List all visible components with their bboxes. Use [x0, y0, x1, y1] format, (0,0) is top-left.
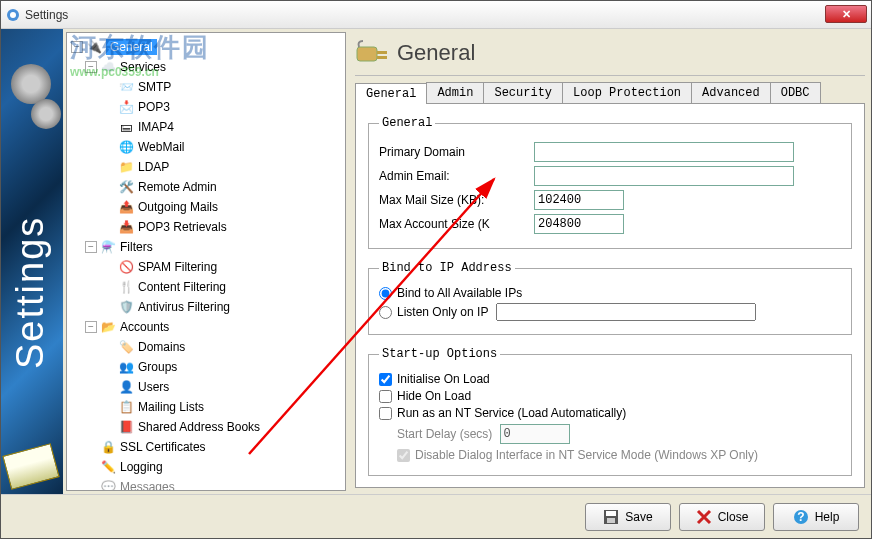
tab-general[interactable]: General	[355, 83, 427, 104]
check-nt-service[interactable]	[379, 407, 392, 420]
server-icon: 🖴	[118, 119, 134, 135]
input-listen-ip[interactable]	[496, 303, 756, 321]
label-bind-all: Bind to All Available IPs	[397, 286, 522, 300]
tree-item-smtp[interactable]: 📨SMTP	[71, 77, 341, 97]
tab-content: General Primary Domain Admin Email: Max …	[355, 104, 865, 488]
tree-item-outgoing[interactable]: 📤Outgoing Mails	[71, 197, 341, 217]
svg-rect-3	[377, 51, 387, 54]
tab-admin[interactable]: Admin	[426, 82, 484, 103]
tree-item-groups[interactable]: 👥Groups	[71, 357, 341, 377]
legend-general: General	[379, 116, 435, 130]
collapse-icon[interactable]: −	[71, 41, 83, 53]
filter-icon: ⚗️	[100, 239, 116, 255]
collapse-icon[interactable]: −	[85, 321, 97, 333]
help-icon: ?	[793, 509, 809, 525]
book-icon: 📕	[118, 419, 134, 435]
fork-icon: 🍴	[118, 279, 134, 295]
tree-item-pop3[interactable]: 📩POP3	[71, 97, 341, 117]
label-hide: Hide On Load	[397, 389, 471, 403]
svg-rect-8	[607, 518, 615, 523]
tree-panel[interactable]: − 🔌 General − ☁️ Services 📨SMTP 📩POP3 🖴I…	[66, 32, 346, 491]
tree-item-logging[interactable]: ✏️Logging	[71, 457, 341, 477]
tree-group-services[interactable]: − ☁️ Services	[71, 57, 341, 77]
radio-bind-all[interactable]	[379, 287, 392, 300]
title-bar: Settings ✕	[1, 1, 871, 29]
input-start-delay	[500, 424, 570, 444]
tree-item-mailing-lists[interactable]: 📋Mailing Lists	[71, 397, 341, 417]
save-button[interactable]: Save	[585, 503, 671, 531]
tree-item-content-filter[interactable]: 🍴Content Filtering	[71, 277, 341, 297]
tab-security[interactable]: Security	[483, 82, 563, 103]
domain-icon: 🏷️	[118, 339, 134, 355]
tree-item-pop3-retrievals[interactable]: 📥POP3 Retrievals	[71, 217, 341, 237]
svg-rect-7	[606, 511, 616, 516]
legend-bind: Bind to IP Address	[379, 261, 515, 275]
plug-icon	[355, 39, 391, 67]
window-title: Settings	[25, 8, 68, 22]
tree-group-filters[interactable]: − ⚗️ Filters	[71, 237, 341, 257]
tree-label: Services	[120, 60, 166, 74]
globe-icon: 🌐	[118, 139, 134, 155]
tab-bar: General Admin Security Loop Protection A…	[355, 82, 865, 104]
tab-loop-protection[interactable]: Loop Protection	[562, 82, 692, 103]
tree-item-ldap[interactable]: 📁LDAP	[71, 157, 341, 177]
msg-icon: 💬	[100, 479, 116, 491]
collapse-icon[interactable]: −	[85, 61, 97, 73]
lock-icon: 🔒	[100, 439, 116, 455]
radio-listen-ip[interactable]	[379, 306, 392, 319]
collapse-icon[interactable]: −	[85, 241, 97, 253]
fieldset-general: General Primary Domain Admin Email: Max …	[368, 116, 852, 249]
folder-icon: 📂	[100, 319, 116, 335]
save-label: Save	[625, 510, 652, 524]
check-initialise[interactable]	[379, 373, 392, 386]
pencil-icon: ✏️	[100, 459, 116, 475]
tree-item-remote-admin[interactable]: 🛠️Remote Admin	[71, 177, 341, 197]
inbox-icon: 📥	[118, 219, 134, 235]
user-icon: 👤	[118, 379, 134, 395]
label-max-account: Max Account Size (K	[379, 217, 534, 231]
tree-root-general[interactable]: − 🔌 General	[71, 37, 341, 57]
tree-item-messages[interactable]: 💬Messages	[71, 477, 341, 491]
outbox-icon: 📤	[118, 199, 134, 215]
tree-group-accounts[interactable]: − 📂 Accounts	[71, 317, 341, 337]
close-button[interactable]: Close	[679, 503, 765, 531]
tree-item-spam[interactable]: 🚫SPAM Filtering	[71, 257, 341, 277]
label-disable-dialog: Disable Dialog Interface in NT Service M…	[415, 448, 758, 462]
mail-icon: 📨	[118, 79, 134, 95]
footer-bar: Save Close ? Help	[1, 494, 871, 538]
tab-odbc[interactable]: ODBC	[770, 82, 821, 103]
check-hide[interactable]	[379, 390, 392, 403]
tree-item-domains[interactable]: 🏷️Domains	[71, 337, 341, 357]
envelope-icon	[2, 443, 59, 490]
app-icon	[5, 7, 21, 23]
close-label: Close	[718, 510, 749, 524]
gear-icon	[31, 99, 61, 129]
mail-icon: 📩	[118, 99, 134, 115]
input-admin-email[interactable]	[534, 166, 794, 186]
label-primary-domain: Primary Domain	[379, 145, 534, 159]
cloud-icon: ☁️	[100, 59, 116, 75]
tree-item-imap4[interactable]: 🖴IMAP4	[71, 117, 341, 137]
label-initialise: Initialise On Load	[397, 372, 490, 386]
input-max-account[interactable]	[534, 214, 624, 234]
tree-item-antivirus[interactable]: 🛡️Antivirus Filtering	[71, 297, 341, 317]
tree-item-webmail[interactable]: 🌐WebMail	[71, 137, 341, 157]
tree-item-shared-books[interactable]: 📕Shared Address Books	[71, 417, 341, 437]
sidebar-graphic: Settings	[1, 29, 63, 494]
help-button[interactable]: ? Help	[773, 503, 859, 531]
tree-item-users[interactable]: 👤Users	[71, 377, 341, 397]
tab-advanced[interactable]: Advanced	[691, 82, 771, 103]
input-max-mail[interactable]	[534, 190, 624, 210]
input-primary-domain[interactable]	[534, 142, 794, 162]
legend-startup: Start-up Options	[379, 347, 500, 361]
label-nt-service: Run as an NT Service (Load Automatically…	[397, 406, 626, 420]
shield-icon: 🛡️	[118, 299, 134, 315]
content-panel: General General Admin Security Loop Prot…	[349, 29, 871, 494]
sidebar-label: Settings	[9, 216, 52, 369]
tree-label: Accounts	[120, 320, 169, 334]
window-close-button[interactable]: ✕	[825, 5, 867, 23]
admin-icon: 🛠️	[118, 179, 134, 195]
tree-item-ssl[interactable]: 🔒SSL Certificates	[71, 437, 341, 457]
list-icon: 📋	[118, 399, 134, 415]
fieldset-bind: Bind to IP Address Bind to All Available…	[368, 261, 852, 335]
